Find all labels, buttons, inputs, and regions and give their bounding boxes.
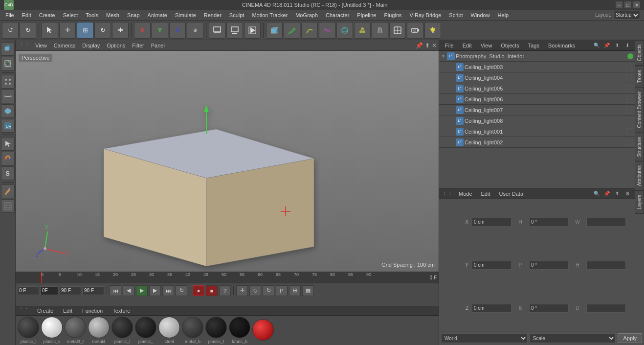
play-button[interactable]: ▶	[136, 285, 148, 296]
menu-vray[interactable]: V-Ray Bridge	[406, 11, 445, 19]
render-view-button[interactable]	[226, 22, 243, 39]
side-tab-takes[interactable]: Takes	[635, 66, 644, 87]
om-vis-008[interactable]	[626, 117, 633, 124]
motion-path-button[interactable]: ↻	[263, 285, 274, 296]
point-mode-button[interactable]	[1, 75, 15, 89]
z-axis-button[interactable]: Z	[169, 22, 186, 39]
s-tool-button[interactable]: S	[1, 166, 15, 180]
mat-function-tab[interactable]: Function	[79, 307, 106, 315]
screen-axis-button[interactable]: ⊕	[187, 22, 203, 39]
side-tab-structure[interactable]: Structure	[635, 133, 644, 161]
multi-tool-button[interactable]: ✚	[112, 22, 129, 39]
magnet-button[interactable]	[1, 152, 15, 165]
poly-mode-button[interactable]	[1, 104, 15, 118]
om-row-light001[interactable]: ▶ L° Ceiling_light001	[439, 126, 644, 137]
min-frame-input[interactable]	[41, 286, 58, 295]
texture-mode-button[interactable]	[1, 57, 15, 70]
vh-filter[interactable]: Filter	[129, 42, 147, 49]
loop-button[interactable]: ↻	[176, 285, 187, 296]
go-start-button[interactable]: ⏮	[110, 285, 121, 296]
menu-motion-tracker[interactable]: Motion Tracker	[248, 11, 291, 19]
attr-up-icon[interactable]: ⬆	[613, 189, 622, 198]
side-tab-attributes[interactable]: Attributes	[635, 161, 644, 190]
om-vis-007[interactable]	[626, 107, 633, 114]
om-down-icon[interactable]: ⬇	[623, 41, 632, 50]
max-frame-input[interactable]	[60, 286, 81, 295]
attr-x-pos[interactable]	[472, 218, 511, 227]
current-frame-input[interactable]	[18, 286, 39, 295]
redo-button[interactable]: ↻	[20, 22, 36, 39]
om-pin-icon[interactable]: 📌	[602, 41, 611, 50]
attr-search-icon[interactable]: 🔍	[592, 189, 601, 198]
om-row-light006[interactable]: ▶ L° Ceiling_light006	[439, 94, 644, 105]
coord-mode-select[interactable]: Scale Move Rotate	[530, 333, 616, 343]
om-vis-004[interactable]	[626, 74, 633, 81]
brush-button[interactable]	[1, 184, 15, 198]
menu-edit[interactable]: Edit	[19, 11, 35, 19]
coord-system-select[interactable]: World Local Object	[441, 333, 528, 343]
viewport-close-icon[interactable]: ✕	[432, 42, 437, 49]
om-vis-005[interactable]	[626, 85, 633, 92]
maximize-button[interactable]: □	[624, 1, 631, 8]
mat-swatch-7[interactable]: metal_b	[182, 317, 203, 344]
spline-button[interactable]	[301, 22, 318, 39]
attr-tab-userdata[interactable]: User Data	[495, 190, 528, 198]
om-vis-002[interactable]	[626, 139, 633, 146]
om-row-light002[interactable]: ▶ L° Ceiling_light002	[439, 137, 644, 148]
rotate-button[interactable]: ↻	[94, 22, 111, 39]
attr-y-pos[interactable]	[472, 261, 511, 270]
uv-mode-button[interactable]: UV	[1, 119, 15, 133]
menu-pipeline[interactable]: Pipeline	[354, 11, 379, 19]
menu-tools[interactable]: Tools	[82, 11, 102, 19]
attr-z-pos[interactable]	[472, 304, 511, 313]
om-row-light005[interactable]: ▶ L° Ceiling_light005	[439, 83, 644, 94]
cube-button[interactable]	[266, 22, 283, 39]
om-vis-006[interactable]	[626, 96, 633, 103]
select-mode-button[interactable]	[42, 22, 58, 39]
path-button[interactable]: P	[276, 285, 288, 296]
om-row-light008[interactable]: ▶ L° Ceiling_light008	[439, 115, 644, 126]
attr-b-rot[interactable]	[529, 304, 569, 313]
attr-h-scale[interactable]	[586, 261, 626, 270]
model-mode-button[interactable]	[1, 42, 15, 56]
menu-mograph[interactable]: MoGraph	[292, 11, 321, 19]
vh-display[interactable]: Display	[79, 42, 103, 49]
om-tab-edit[interactable]: Edit	[459, 42, 476, 49]
attr-settings-icon[interactable]: ⚙	[623, 189, 632, 198]
mat-swatch-6[interactable]: steel	[158, 317, 180, 344]
fps-input[interactable]	[83, 286, 104, 295]
om-row-light004[interactable]: ▶ L° Ceiling_light004	[439, 72, 644, 83]
om-tab-bookmarks[interactable]: Bookmarks	[544, 42, 579, 49]
menu-plugins[interactable]: Plugins	[380, 11, 405, 19]
om-search-icon[interactable]: 🔍	[592, 41, 601, 50]
mat-swatch-4[interactable]: plastic_l	[111, 317, 133, 344]
nurbs-button[interactable]	[336, 22, 353, 39]
move-button[interactable]: ✛	[59, 22, 76, 39]
layout-select[interactable]: Startup	[613, 11, 640, 20]
auto-key-button[interactable]: ■	[206, 285, 218, 296]
mat-swatch-5[interactable]: plastic_	[135, 317, 156, 344]
x-axis-button[interactable]: X	[134, 22, 151, 39]
menu-window[interactable]: Window	[467, 11, 493, 19]
deformer-button[interactable]	[319, 22, 335, 39]
vh-view[interactable]: View	[32, 42, 50, 49]
mat-swatch-1[interactable]: plastic_v	[41, 317, 63, 344]
go-end-button[interactable]: ⏭	[162, 285, 174, 296]
om-tab-file[interactable]: File	[441, 42, 458, 49]
grid-button[interactable]	[1, 199, 15, 213]
menu-render[interactable]: Render	[200, 11, 225, 19]
timeline-ruler[interactable]: 0 5 10 15 20 25 30 35 40 45 50 55 60 65	[16, 272, 439, 283]
arrow-tool-button[interactable]	[1, 137, 15, 151]
om-up-icon[interactable]: ⬆	[613, 41, 622, 50]
undo-button[interactable]: ↺	[2, 22, 19, 39]
menu-select[interactable]: Select	[60, 11, 82, 19]
help-key-button[interactable]: ?	[219, 285, 231, 296]
menu-file[interactable]: File	[2, 11, 18, 19]
motion-mode-button[interactable]: ✛	[236, 285, 248, 296]
light-button[interactable]	[424, 22, 441, 39]
step-forward-button[interactable]: ▶	[149, 285, 161, 296]
hair-button[interactable]	[372, 22, 388, 39]
side-tab-objects[interactable]: Objects	[635, 40, 644, 66]
menu-script[interactable]: Script	[445, 11, 466, 19]
scene-button[interactable]	[389, 22, 406, 39]
